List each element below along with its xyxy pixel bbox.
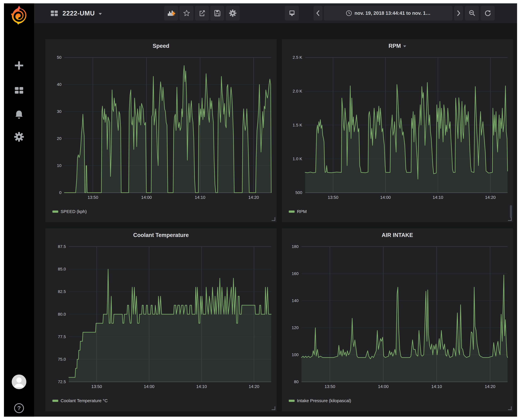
legend-speed[interactable]: SPEED (kph) bbox=[52, 208, 87, 215]
speed-chart-canvas[interactable]: 0102030405013:5014:0014:1014:20 bbox=[49, 54, 273, 202]
air-intake-chart-canvas[interactable]: 8010012014016018013:5014:0014:1014:20 bbox=[285, 243, 509, 391]
panel-resize-handle[interactable] bbox=[272, 217, 275, 221]
y-tick-label: 180 bbox=[285, 244, 299, 249]
panel-title: AIR INTAKE bbox=[382, 232, 413, 238]
y-tick-label: 2.5 K bbox=[285, 55, 302, 60]
x-tick-label: 14:10 bbox=[426, 195, 450, 200]
panel-header-speed[interactable]: Speed bbox=[45, 39, 277, 53]
chevron-right-icon bbox=[455, 9, 463, 17]
x-tick-label: 14:10 bbox=[190, 384, 213, 389]
y-tick-label: 1.5 K bbox=[285, 123, 302, 128]
chevron-down-icon bbox=[99, 13, 102, 15]
share-icon bbox=[198, 9, 206, 17]
dashboard-settings-button[interactable] bbox=[226, 6, 240, 21]
tv-mode-button[interactable] bbox=[285, 6, 299, 21]
gear-icon bbox=[14, 132, 24, 142]
x-tick-label: 14:10 bbox=[188, 195, 212, 200]
y-tick-label: 30 bbox=[49, 109, 62, 114]
sidebar-item-alerting[interactable] bbox=[11, 106, 27, 122]
panel-header-rpm[interactable]: RPM bbox=[282, 39, 513, 53]
panel-header-coolant[interactable]: Coolant Temperature bbox=[45, 228, 277, 242]
x-tick-label: 13:50 bbox=[321, 195, 345, 200]
x-tick-label: 13:50 bbox=[85, 384, 109, 389]
y-tick-label: 120 bbox=[285, 325, 299, 330]
scrollbar-thumb[interactable] bbox=[510, 205, 512, 218]
bell-icon bbox=[14, 109, 24, 120]
plus-icon bbox=[14, 60, 24, 71]
y-tick-label: 2.0 K bbox=[285, 89, 302, 94]
y-tick-label: 1.0 K bbox=[285, 157, 302, 161]
chart-svg bbox=[285, 54, 509, 202]
refresh-button[interactable] bbox=[481, 6, 495, 21]
sidebar-item-configuration[interactable] bbox=[11, 129, 27, 145]
x-tick-label: 14:10 bbox=[425, 384, 449, 389]
y-tick-label: 75.0 bbox=[49, 357, 66, 362]
zoom-out-button[interactable] bbox=[465, 6, 479, 21]
panel-title: RPM bbox=[388, 43, 401, 49]
zoom-out-icon bbox=[468, 9, 476, 17]
legend-rpm[interactable]: RPM bbox=[289, 208, 307, 215]
save-icon bbox=[213, 9, 221, 17]
navbar: 2222-UMU bbox=[34, 3, 517, 23]
add-panel-button[interactable] bbox=[164, 6, 178, 21]
dashboard-canvas: Speed 0102030405013:5014:0014:1014:20 SP… bbox=[34, 23, 517, 417]
y-tick-label: 72.5 bbox=[49, 380, 66, 384]
legend-air-intake[interactable]: Intake Pressure (kilopascal) bbox=[289, 397, 351, 404]
y-tick-label: 160 bbox=[285, 271, 299, 276]
panel-header-air-intake[interactable]: AIR INTAKE bbox=[282, 228, 513, 242]
x-tick-label: 14:20 bbox=[479, 195, 502, 200]
user-avatar[interactable] bbox=[11, 374, 27, 390]
panel-rpm: RPM 5001.0 K1.5 K2.0 K2.5 K13:5014:0014:… bbox=[282, 39, 513, 222]
dashboards-grid-icon bbox=[14, 85, 24, 96]
sidebar-item-dashboards[interactable] bbox=[11, 82, 27, 98]
add-panel-icon bbox=[167, 9, 175, 17]
panel-resize-handle[interactable] bbox=[272, 406, 275, 410]
grafana-logo-icon[interactable] bbox=[9, 5, 29, 25]
legend-label: SPEED (kph) bbox=[61, 209, 87, 214]
share-button[interactable] bbox=[195, 6, 209, 21]
time-forward-button[interactable] bbox=[454, 6, 463, 21]
panel-speed: Speed 0102030405013:5014:0014:1014:20 SP… bbox=[45, 39, 277, 222]
svg-text:?: ? bbox=[17, 405, 21, 411]
chevron-left-icon bbox=[314, 9, 322, 17]
panel-title: Coolant Temperature bbox=[133, 232, 189, 238]
legend-label: Coolant Temperature °C bbox=[61, 398, 108, 403]
dashboard-title: 2222-UMU bbox=[62, 10, 95, 17]
legend-swatch bbox=[52, 210, 58, 213]
y-tick-label: 500 bbox=[285, 190, 302, 195]
panel-resize-handle[interactable] bbox=[508, 406, 512, 410]
save-button[interactable] bbox=[210, 6, 224, 21]
refresh-icon bbox=[484, 9, 492, 17]
y-tick-label: 20 bbox=[49, 136, 62, 141]
star-button[interactable] bbox=[179, 6, 194, 21]
y-tick-label: 77.5 bbox=[49, 335, 66, 339]
rpm-chart-canvas[interactable]: 5001.0 K1.5 K2.0 K2.5 K13:5014:0014:1014… bbox=[285, 54, 509, 202]
sidebar: ? bbox=[4, 3, 34, 417]
time-range-picker[interactable]: nov. 19, 2018 13:44:41 to nov. 1… bbox=[324, 6, 452, 21]
x-tick-label: 14:20 bbox=[242, 384, 266, 389]
panel-air-intake: AIR INTAKE 8010012014016018013:5014:0014… bbox=[282, 228, 513, 411]
x-tick-label: 14:00 bbox=[374, 195, 397, 200]
y-tick-label: 85.0 bbox=[49, 267, 66, 271]
x-tick-label: 14:00 bbox=[135, 195, 158, 200]
legend-label: RPM bbox=[297, 209, 307, 214]
panel-coolant-temperature: Coolant Temperature 72.575.077.580.082.5… bbox=[45, 228, 277, 411]
time-back-button[interactable] bbox=[313, 6, 323, 21]
legend-label: Intake Pressure (kilopascal) bbox=[297, 398, 351, 403]
y-tick-label: 80.0 bbox=[49, 312, 66, 317]
sidebar-item-add[interactable] bbox=[11, 58, 27, 73]
y-tick-label: 50 bbox=[49, 55, 62, 60]
x-tick-label: 14:20 bbox=[478, 384, 502, 389]
y-tick-label: 80 bbox=[285, 380, 299, 384]
x-tick-label: 14:20 bbox=[242, 195, 265, 200]
y-tick-label: 40 bbox=[49, 82, 62, 87]
panel-resize-handle[interactable] bbox=[508, 217, 512, 221]
help-button[interactable]: ? bbox=[11, 400, 27, 416]
y-tick-label: 82.5 bbox=[49, 289, 66, 294]
dashboard-picker[interactable]: 2222-UMU bbox=[50, 6, 102, 21]
chart-svg bbox=[285, 243, 509, 391]
coolant-chart-canvas[interactable]: 72.575.077.580.082.585.087.513:5014:0014… bbox=[49, 243, 273, 391]
avatar-icon bbox=[11, 374, 27, 390]
legend-coolant[interactable]: Coolant Temperature °C bbox=[52, 397, 108, 404]
x-tick-label: 14:00 bbox=[372, 384, 395, 389]
